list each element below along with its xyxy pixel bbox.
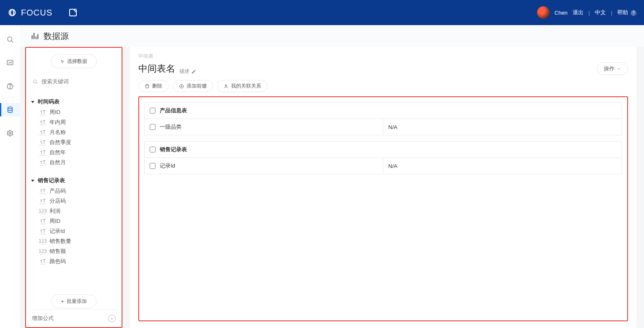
main-title: 中间表名: [138, 62, 175, 75]
tree-field-label: 周ID: [49, 217, 60, 225]
tree-field-label: 记录Id: [49, 227, 65, 235]
language-link[interactable]: 中文: [595, 9, 606, 16]
my-relations-button[interactable]: 我的关联关系: [217, 80, 267, 92]
actions-dropdown[interactable]: 操作: [597, 62, 628, 75]
text-type-icon: tT: [39, 109, 46, 115]
bars-icon: [30, 31, 39, 41]
mapping-table-header[interactable]: 产品信息表: [145, 103, 622, 119]
tree-field-label: 销售额: [49, 248, 66, 255]
row-column-name: 记录Id: [160, 162, 175, 170]
number-type-icon: 123: [39, 248, 46, 254]
caret-down-icon: [31, 101, 34, 103]
tree-field[interactable]: tT自然年: [39, 147, 117, 158]
row-checkbox[interactable]: [150, 163, 156, 169]
svg-point-5: [8, 107, 13, 109]
edit-icon[interactable]: [69, 9, 77, 16]
tree-field-label: 月名称: [49, 129, 66, 136]
search-icon: [33, 79, 38, 85]
text-type-icon: tT: [39, 198, 46, 204]
page-title: 数据源: [20, 25, 644, 47]
tree-field-label: 颜色码: [49, 258, 66, 265]
text-type-icon: tT: [39, 228, 46, 234]
row-column-name: 一级品类: [160, 123, 182, 131]
number-type-icon: 123: [39, 208, 46, 214]
text-type-icon: tT: [39, 129, 46, 135]
tree-field-label: 自然季度: [49, 139, 71, 146]
mapping-table-header[interactable]: 销售记录表: [145, 142, 622, 158]
svg-point-16: [225, 85, 227, 86]
table-header-checkbox[interactable]: [150, 147, 156, 152]
tree-field[interactable]: 123销售额: [39, 246, 117, 256]
text-type-icon: tT: [39, 218, 46, 224]
tree-field[interactable]: tT分店码: [39, 196, 117, 206]
tree-field-label: 销售数量: [49, 238, 71, 245]
svg-point-11: [34, 80, 36, 83]
tree-field-label: 分店码: [49, 197, 66, 205]
row-value: N/A: [383, 158, 622, 174]
table-row: 一级品类N/A: [145, 119, 622, 135]
main-panel: 中间表 中间表名 描述 操作 删除 添加前缀 我的关联关系: [130, 47, 636, 328]
help-link[interactable]: 帮助 ?: [617, 9, 636, 16]
tree-field[interactable]: 123利润: [39, 206, 117, 216]
plus-icon: +: [61, 299, 64, 305]
table-header-checkbox[interactable]: [150, 108, 156, 114]
tree-field[interactable]: tT年内周: [39, 117, 117, 127]
tree-group-header[interactable]: 销售记录表: [30, 175, 117, 186]
tree-field[interactable]: tT颜色码: [39, 256, 117, 266]
text-type-icon: tT: [39, 119, 46, 125]
add-formula-label: 增加公式: [32, 315, 54, 322]
username[interactable]: Chen: [555, 10, 568, 16]
pencil-icon: [191, 69, 196, 74]
mapping-table: 销售记录表记录IdN/A: [144, 141, 622, 174]
chevron-down-icon: [617, 67, 621, 71]
text-type-icon: tT: [39, 258, 46, 264]
text-type-icon: tT: [39, 139, 46, 145]
rail-settings[interactable]: [0, 127, 20, 140]
tree-field[interactable]: tT记录Id: [39, 226, 117, 236]
rail-dashboard[interactable]: [0, 56, 20, 70]
tree-field[interactable]: 123销售数量: [39, 236, 117, 246]
rail-help[interactable]: [0, 80, 20, 93]
brand: FOCUS: [8, 8, 52, 18]
svg-line-12: [36, 83, 37, 84]
subtitle[interactable]: 描述: [179, 68, 196, 75]
plus-circle-icon: [179, 84, 184, 89]
tree-field[interactable]: tT月名称: [39, 127, 117, 137]
number-type-icon: 123: [39, 238, 46, 244]
add-formula-button[interactable]: +: [108, 315, 116, 322]
caret-down-icon: [31, 180, 34, 182]
search-input[interactable]: [42, 78, 115, 85]
tree-field-label: 自然月: [49, 159, 66, 166]
brand-logo-icon: [8, 8, 17, 17]
rail-datasource[interactable]: [0, 103, 20, 116]
tree-field[interactable]: tT周ID: [39, 216, 117, 226]
batch-add-button[interactable]: + 批量添加: [51, 294, 96, 308]
add-prefix-button[interactable]: 添加前缀: [173, 80, 213, 92]
rail-search[interactable]: [0, 33, 20, 46]
row-value: N/A: [383, 119, 622, 135]
tree-field[interactable]: tT产品码: [39, 186, 117, 196]
tables-area: 产品信息表一级品类N/A销售记录表记录IdN/A: [138, 96, 628, 321]
tree-field[interactable]: tT周ID: [39, 107, 117, 117]
tree-field-label: 利润: [49, 207, 60, 215]
svg-point-0: [8, 37, 12, 41]
svg-line-1: [11, 41, 13, 42]
select-data-button[interactable]: 选择数据: [51, 54, 97, 68]
delete-button[interactable]: 删除: [138, 80, 169, 92]
tree-field-label: 周ID: [49, 108, 60, 116]
tree-field[interactable]: tT自然季度: [39, 137, 117, 147]
logout-link[interactable]: 退出: [573, 9, 584, 16]
row-checkbox[interactable]: [150, 124, 156, 130]
table-row: 记录IdN/A: [145, 158, 622, 174]
tree-field-label: 年内周: [49, 119, 66, 126]
breadcrumb: 中间表: [138, 53, 628, 60]
tree-group-header[interactable]: 时间码表: [30, 96, 117, 107]
svg-point-4: [10, 88, 10, 88]
search-input-wrap[interactable]: [30, 77, 117, 86]
trash-icon: [145, 84, 150, 89]
left-panel: 选择数据 时间码表tT周IDtT年内周tT月名称tT自然季度tT自然年tT自然月…: [25, 47, 122, 328]
text-type-icon: tT: [39, 160, 46, 165]
svg-point-6: [9, 132, 11, 134]
avatar[interactable]: [537, 6, 550, 19]
tree-field[interactable]: tT自然月: [39, 158, 117, 168]
